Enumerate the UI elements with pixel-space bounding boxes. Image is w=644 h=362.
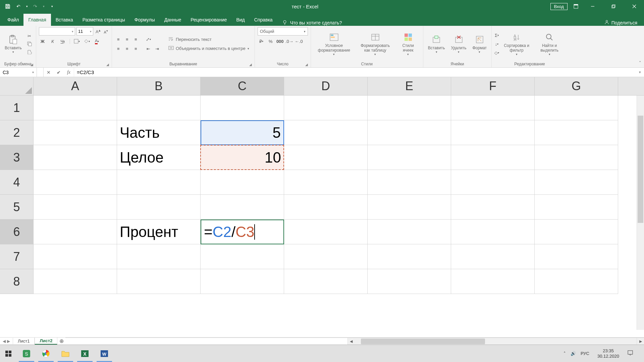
row-header-7[interactable]: 7 (0, 244, 34, 269)
cell-G1[interactable] (535, 96, 618, 120)
cell-G6[interactable] (535, 220, 618, 244)
cell-F2[interactable] (451, 120, 535, 145)
notifications-icon[interactable] (627, 350, 633, 357)
cell-F6[interactable] (451, 220, 535, 244)
cell-D8[interactable] (284, 269, 368, 294)
col-header-D[interactable]: D (284, 77, 368, 95)
cell-F1[interactable] (451, 96, 535, 120)
number-format-select[interactable]: Общий▾ (258, 27, 308, 36)
row-header-5[interactable]: 5 (0, 195, 34, 220)
start-button[interactable] (0, 345, 17, 362)
cell-E2[interactable] (368, 120, 451, 145)
cell-E5[interactable] (368, 195, 451, 220)
tab-insert[interactable]: Вставка (51, 14, 78, 26)
undo-dropdown-icon[interactable]: ▾ (25, 2, 29, 11)
col-header-C[interactable]: C (201, 77, 284, 95)
cell-G3[interactable] (535, 145, 618, 170)
enter-formula-button[interactable]: ✔ (54, 68, 64, 77)
login-button[interactable]: Вход (550, 3, 568, 10)
tray-clock[interactable]: 23:35 30.12.2020 (594, 348, 623, 359)
task-word[interactable]: W (95, 345, 114, 362)
row-header-1[interactable]: 1 (0, 96, 34, 120)
bold-button[interactable]: Ж (39, 38, 46, 45)
name-box[interactable]: C3 ▾ (0, 68, 37, 77)
format-cells-button[interactable]: Формат▾ (470, 34, 489, 54)
font-color-button[interactable]: A▾ (93, 38, 101, 45)
insert-function-button[interactable]: fx (64, 68, 74, 77)
cell-D5[interactable] (284, 195, 368, 220)
cell-G4[interactable] (535, 170, 618, 195)
decrease-indent-icon[interactable]: ⇤ (145, 45, 152, 52)
cell-A7[interactable] (34, 244, 117, 269)
dialog-launcher-icon[interactable]: ◢ (31, 63, 33, 66)
tab-formulas[interactable]: Формулы (130, 14, 160, 26)
copy-icon[interactable] (26, 40, 33, 48)
cell-F8[interactable] (451, 269, 535, 294)
undo-icon[interactable]: ↶ (14, 2, 23, 11)
vertical-scrollbar[interactable] (637, 96, 644, 330)
cell-F4[interactable] (451, 170, 535, 195)
borders-button[interactable]: ▾ (73, 38, 80, 45)
italic-button[interactable]: К (49, 38, 56, 45)
cell-C7[interactable] (201, 244, 284, 269)
scroll-right-icon[interactable]: ▶ (637, 338, 644, 345)
align-top-icon[interactable]: ≡ (115, 36, 122, 43)
cell-F3[interactable] (451, 145, 535, 170)
cell-C2[interactable]: 5 (201, 120, 284, 145)
tray-volume-icon[interactable]: 🔊 (571, 351, 576, 356)
find-select-button[interactable]: Найти и выделить▾ (534, 31, 565, 57)
row-header-3[interactable]: 3 (0, 145, 34, 170)
row-header-6[interactable]: 6 (0, 220, 34, 244)
tell-me-search[interactable]: Что вы хотите сделать? (277, 19, 347, 26)
cell-C4[interactable] (201, 170, 284, 195)
cell-G2[interactable] (535, 120, 618, 145)
font-size-input[interactable]: 11▾ (76, 27, 93, 36)
cell-A8[interactable] (34, 269, 117, 294)
cell-A5[interactable] (34, 195, 117, 220)
cell-A6[interactable] (34, 220, 117, 244)
cell-G8[interactable] (535, 269, 618, 294)
cell-A2[interactable] (34, 120, 117, 145)
cell-styles-button[interactable]: Стили ячеек▾ (396, 31, 420, 57)
cell-C8[interactable] (201, 269, 284, 294)
close-button[interactable] (626, 0, 643, 13)
underline-button[interactable]: Ч ▾ (59, 38, 66, 45)
task-chrome[interactable] (36, 345, 56, 362)
cell-E8[interactable] (368, 269, 451, 294)
col-header-G[interactable]: G (535, 77, 618, 95)
cell-A4[interactable] (34, 170, 117, 195)
cell-F7[interactable] (451, 244, 535, 269)
formula-input[interactable]: =C2/C3 (74, 68, 636, 77)
autosum-icon[interactable]: Σ ▾ (494, 32, 499, 39)
sort-filter-button[interactable]: AЯ Сортировка и фильтр▾ (501, 31, 532, 57)
currency-icon[interactable]: ₽▾ (258, 38, 265, 45)
decrease-font-icon[interactable]: A▾ (103, 29, 109, 34)
cell-C3[interactable]: 10 (201, 145, 284, 170)
cell-B5[interactable] (117, 195, 201, 220)
cut-icon[interactable]: ✂ (26, 32, 33, 40)
add-sheet-button[interactable]: ⊕ (57, 338, 65, 344)
row-header-2[interactable]: 2 (0, 120, 34, 145)
sheet-tab-1[interactable]: Лист1 (13, 338, 35, 344)
col-header-A[interactable]: A (34, 77, 117, 95)
cell-B4[interactable] (117, 170, 201, 195)
tab-view[interactable]: Вид (231, 14, 249, 26)
col-header-F[interactable]: F (451, 77, 535, 95)
cell-B3[interactable]: Целое (117, 145, 201, 170)
cell-E7[interactable] (368, 244, 451, 269)
cell-B8[interactable] (117, 269, 201, 294)
align-left-icon[interactable]: ≡ (115, 45, 122, 52)
cell-G5[interactable] (535, 195, 618, 220)
tab-home[interactable]: Главная (23, 14, 51, 26)
percent-icon[interactable]: % (267, 38, 274, 45)
cell-E6[interactable] (368, 220, 451, 244)
qat-customize-icon[interactable]: ▾ (48, 2, 56, 11)
cell-D4[interactable] (284, 170, 368, 195)
clear-icon[interactable]: ◇ ▾ (494, 49, 499, 56)
sheet-nav-prev-icon[interactable]: ◀ (3, 339, 6, 344)
horizontal-scrollbar[interactable]: ◀ ▶ (65, 338, 644, 345)
cell-D3[interactable] (284, 145, 368, 170)
col-header-B[interactable]: B (117, 77, 201, 95)
cell-E1[interactable] (368, 96, 451, 120)
cell-D2[interactable] (284, 120, 368, 145)
